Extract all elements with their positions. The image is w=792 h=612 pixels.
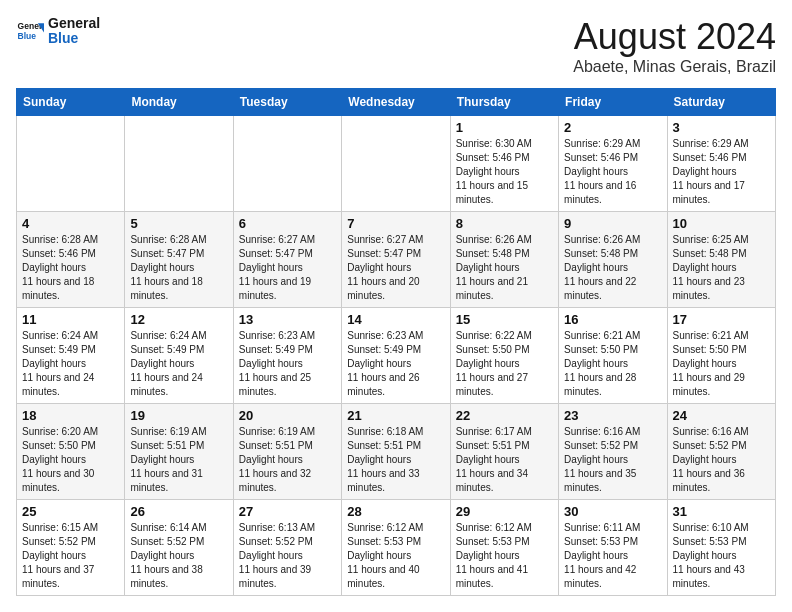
day-number: 19 — [130, 408, 227, 423]
day-cell — [125, 116, 233, 212]
day-cell: 22Sunrise: 6:17 AMSunset: 5:51 PMDayligh… — [450, 404, 558, 500]
day-info: Sunrise: 6:21 AMSunset: 5:50 PMDaylight … — [673, 329, 770, 399]
day-cell: 4Sunrise: 6:28 AMSunset: 5:46 PMDaylight… — [17, 212, 125, 308]
day-info: Sunrise: 6:14 AMSunset: 5:52 PMDaylight … — [130, 521, 227, 591]
day-cell: 11Sunrise: 6:24 AMSunset: 5:49 PMDayligh… — [17, 308, 125, 404]
day-number: 31 — [673, 504, 770, 519]
day-info: Sunrise: 6:12 AMSunset: 5:53 PMDaylight … — [456, 521, 553, 591]
day-info: Sunrise: 6:13 AMSunset: 5:52 PMDaylight … — [239, 521, 336, 591]
day-info: Sunrise: 6:26 AMSunset: 5:48 PMDaylight … — [564, 233, 661, 303]
col-header-sunday: Sunday — [17, 89, 125, 116]
day-number: 6 — [239, 216, 336, 231]
week-row-2: 4Sunrise: 6:28 AMSunset: 5:46 PMDaylight… — [17, 212, 776, 308]
week-row-1: 1Sunrise: 6:30 AMSunset: 5:46 PMDaylight… — [17, 116, 776, 212]
day-cell: 12Sunrise: 6:24 AMSunset: 5:49 PMDayligh… — [125, 308, 233, 404]
day-cell: 2Sunrise: 6:29 AMSunset: 5:46 PMDaylight… — [559, 116, 667, 212]
day-cell: 31Sunrise: 6:10 AMSunset: 5:53 PMDayligh… — [667, 500, 775, 596]
day-cell: 1Sunrise: 6:30 AMSunset: 5:46 PMDaylight… — [450, 116, 558, 212]
day-number: 9 — [564, 216, 661, 231]
day-info: Sunrise: 6:21 AMSunset: 5:50 PMDaylight … — [564, 329, 661, 399]
day-number: 16 — [564, 312, 661, 327]
day-cell: 18Sunrise: 6:20 AMSunset: 5:50 PMDayligh… — [17, 404, 125, 500]
day-cell: 7Sunrise: 6:27 AMSunset: 5:47 PMDaylight… — [342, 212, 450, 308]
col-header-friday: Friday — [559, 89, 667, 116]
day-cell: 19Sunrise: 6:19 AMSunset: 5:51 PMDayligh… — [125, 404, 233, 500]
day-cell: 3Sunrise: 6:29 AMSunset: 5:46 PMDaylight… — [667, 116, 775, 212]
day-cell: 24Sunrise: 6:16 AMSunset: 5:52 PMDayligh… — [667, 404, 775, 500]
day-info: Sunrise: 6:28 AMSunset: 5:47 PMDaylight … — [130, 233, 227, 303]
col-header-tuesday: Tuesday — [233, 89, 341, 116]
logo-general: General — [48, 16, 100, 31]
day-number: 8 — [456, 216, 553, 231]
day-number: 17 — [673, 312, 770, 327]
day-cell: 10Sunrise: 6:25 AMSunset: 5:48 PMDayligh… — [667, 212, 775, 308]
day-cell: 20Sunrise: 6:19 AMSunset: 5:51 PMDayligh… — [233, 404, 341, 500]
day-info: Sunrise: 6:19 AMSunset: 5:51 PMDaylight … — [130, 425, 227, 495]
day-cell: 13Sunrise: 6:23 AMSunset: 5:49 PMDayligh… — [233, 308, 341, 404]
day-cell: 6Sunrise: 6:27 AMSunset: 5:47 PMDaylight… — [233, 212, 341, 308]
logo: General Blue General Blue — [16, 16, 100, 47]
col-header-thursday: Thursday — [450, 89, 558, 116]
day-cell: 9Sunrise: 6:26 AMSunset: 5:48 PMDaylight… — [559, 212, 667, 308]
day-number: 11 — [22, 312, 119, 327]
day-number: 24 — [673, 408, 770, 423]
day-number: 7 — [347, 216, 444, 231]
week-row-3: 11Sunrise: 6:24 AMSunset: 5:49 PMDayligh… — [17, 308, 776, 404]
day-info: Sunrise: 6:25 AMSunset: 5:48 PMDaylight … — [673, 233, 770, 303]
day-info: Sunrise: 6:29 AMSunset: 5:46 PMDaylight … — [564, 137, 661, 207]
day-cell: 17Sunrise: 6:21 AMSunset: 5:50 PMDayligh… — [667, 308, 775, 404]
day-number: 22 — [456, 408, 553, 423]
day-number: 18 — [22, 408, 119, 423]
day-number: 5 — [130, 216, 227, 231]
day-number: 20 — [239, 408, 336, 423]
day-cell: 14Sunrise: 6:23 AMSunset: 5:49 PMDayligh… — [342, 308, 450, 404]
day-cell — [233, 116, 341, 212]
day-cell: 21Sunrise: 6:18 AMSunset: 5:51 PMDayligh… — [342, 404, 450, 500]
logo-blue: Blue — [48, 31, 100, 46]
day-cell: 23Sunrise: 6:16 AMSunset: 5:52 PMDayligh… — [559, 404, 667, 500]
day-cell: 16Sunrise: 6:21 AMSunset: 5:50 PMDayligh… — [559, 308, 667, 404]
day-info: Sunrise: 6:16 AMSunset: 5:52 PMDaylight … — [673, 425, 770, 495]
day-number: 2 — [564, 120, 661, 135]
day-cell: 29Sunrise: 6:12 AMSunset: 5:53 PMDayligh… — [450, 500, 558, 596]
col-header-monday: Monday — [125, 89, 233, 116]
day-info: Sunrise: 6:28 AMSunset: 5:46 PMDaylight … — [22, 233, 119, 303]
day-info: Sunrise: 6:17 AMSunset: 5:51 PMDaylight … — [456, 425, 553, 495]
day-number: 10 — [673, 216, 770, 231]
day-info: Sunrise: 6:19 AMSunset: 5:51 PMDaylight … — [239, 425, 336, 495]
day-info: Sunrise: 6:15 AMSunset: 5:52 PMDaylight … — [22, 521, 119, 591]
day-number: 1 — [456, 120, 553, 135]
col-header-wednesday: Wednesday — [342, 89, 450, 116]
location-title: Abaete, Minas Gerais, Brazil — [573, 58, 776, 76]
day-cell: 25Sunrise: 6:15 AMSunset: 5:52 PMDayligh… — [17, 500, 125, 596]
day-cell: 26Sunrise: 6:14 AMSunset: 5:52 PMDayligh… — [125, 500, 233, 596]
day-info: Sunrise: 6:22 AMSunset: 5:50 PMDaylight … — [456, 329, 553, 399]
day-info: Sunrise: 6:24 AMSunset: 5:49 PMDaylight … — [22, 329, 119, 399]
day-info: Sunrise: 6:12 AMSunset: 5:53 PMDaylight … — [347, 521, 444, 591]
day-cell: 8Sunrise: 6:26 AMSunset: 5:48 PMDaylight… — [450, 212, 558, 308]
day-number: 28 — [347, 504, 444, 519]
day-number: 27 — [239, 504, 336, 519]
week-row-4: 18Sunrise: 6:20 AMSunset: 5:50 PMDayligh… — [17, 404, 776, 500]
logo-icon: General Blue — [16, 17, 44, 45]
day-number: 23 — [564, 408, 661, 423]
day-info: Sunrise: 6:16 AMSunset: 5:52 PMDaylight … — [564, 425, 661, 495]
day-cell — [342, 116, 450, 212]
day-info: Sunrise: 6:20 AMSunset: 5:50 PMDaylight … — [22, 425, 119, 495]
day-number: 21 — [347, 408, 444, 423]
day-cell: 15Sunrise: 6:22 AMSunset: 5:50 PMDayligh… — [450, 308, 558, 404]
day-info: Sunrise: 6:23 AMSunset: 5:49 PMDaylight … — [239, 329, 336, 399]
day-number: 26 — [130, 504, 227, 519]
day-info: Sunrise: 6:24 AMSunset: 5:49 PMDaylight … — [130, 329, 227, 399]
day-info: Sunrise: 6:27 AMSunset: 5:47 PMDaylight … — [347, 233, 444, 303]
day-cell: 30Sunrise: 6:11 AMSunset: 5:53 PMDayligh… — [559, 500, 667, 596]
day-info: Sunrise: 6:29 AMSunset: 5:46 PMDaylight … — [673, 137, 770, 207]
day-number: 3 — [673, 120, 770, 135]
day-cell: 5Sunrise: 6:28 AMSunset: 5:47 PMDaylight… — [125, 212, 233, 308]
page-header: General Blue General Blue August 2024 Ab… — [16, 16, 776, 76]
day-number: 13 — [239, 312, 336, 327]
day-info: Sunrise: 6:26 AMSunset: 5:48 PMDaylight … — [456, 233, 553, 303]
day-cell: 27Sunrise: 6:13 AMSunset: 5:52 PMDayligh… — [233, 500, 341, 596]
day-info: Sunrise: 6:11 AMSunset: 5:53 PMDaylight … — [564, 521, 661, 591]
day-number: 14 — [347, 312, 444, 327]
